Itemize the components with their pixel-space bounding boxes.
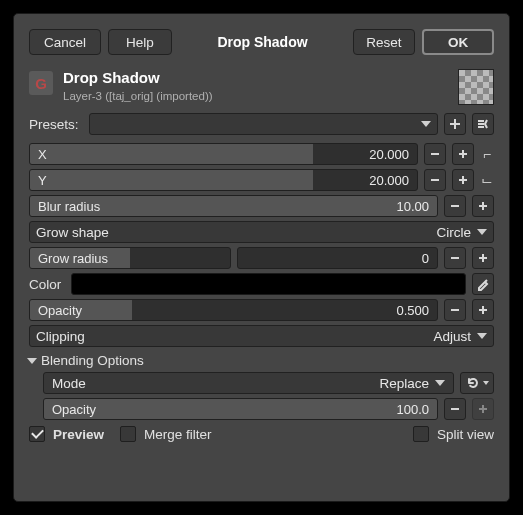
- merge-filter-checkbox[interactable]: [120, 426, 136, 442]
- opacity-value: 0.500: [396, 300, 429, 320]
- preset-manage-button[interactable]: [472, 113, 494, 135]
- color-picker-button[interactable]: [472, 273, 494, 295]
- clipping-value: Adjust: [433, 329, 471, 344]
- opacity-increment-button[interactable]: [472, 299, 494, 321]
- dialog-title: Drop Shadow: [179, 34, 346, 50]
- clipping-label: Clipping: [36, 329, 433, 344]
- preview-label: Preview: [53, 427, 104, 442]
- grow-shape-value: Circle: [436, 225, 471, 240]
- footer-row: Preview Merge filter Split view: [29, 426, 494, 442]
- grow-radius-decrement-button[interactable]: [444, 247, 466, 269]
- y-decrement-button[interactable]: [424, 169, 446, 191]
- presets-dropdown[interactable]: [89, 113, 438, 135]
- blend-opacity-decrement-button[interactable]: [444, 398, 466, 420]
- blur-row: Blur radius 10.00: [29, 195, 494, 217]
- x-increment-button[interactable]: [452, 143, 474, 165]
- y-increment-button[interactable]: [452, 169, 474, 191]
- app-logo-icon: G: [29, 71, 53, 95]
- dialog-window: Cancel Help Drop Shadow Reset OK G Drop …: [13, 13, 510, 502]
- y-label: Y: [38, 170, 47, 190]
- expander-triangle-icon: [27, 358, 37, 364]
- help-button[interactable]: Help: [108, 29, 172, 55]
- grow-shape-dropdown[interactable]: Grow shape Circle: [29, 221, 494, 243]
- chain-link-bottom-icon[interactable]: ⌙: [480, 172, 494, 188]
- blur-increment-button[interactable]: [472, 195, 494, 217]
- grow-shape-label: Grow shape: [36, 225, 436, 240]
- grow-radius-label: Grow radius: [38, 248, 108, 268]
- blending-options-body: Mode Replace Opacity 100.0: [29, 372, 494, 420]
- grow-radius-slider[interactable]: Grow radius: [29, 247, 231, 269]
- presets-row: Presets:: [29, 113, 494, 135]
- blur-slider[interactable]: Blur radius 10.00: [29, 195, 438, 217]
- layer-path: Layer-3 ([taj_orig] (imported)): [63, 89, 448, 103]
- header-text: Drop Shadow Layer-3 ([taj_orig] (importe…: [63, 69, 448, 103]
- filter-name: Drop Shadow: [63, 69, 448, 87]
- blending-options-label: Blending Options: [41, 353, 144, 368]
- ok-button[interactable]: OK: [422, 29, 494, 55]
- blur-decrement-button[interactable]: [444, 195, 466, 217]
- opacity-slider[interactable]: Opacity 0.500: [29, 299, 438, 321]
- y-row: Y 20.000 ⌙: [29, 169, 494, 191]
- blend-opacity-slider[interactable]: Opacity 100.0: [43, 398, 438, 420]
- opacity-label: Opacity: [38, 300, 82, 320]
- grow-radius-increment-button[interactable]: [472, 247, 494, 269]
- mode-label: Mode: [52, 376, 379, 391]
- blend-opacity-value: 100.0: [396, 399, 429, 419]
- color-label: Color: [29, 277, 61, 292]
- split-view-label: Split view: [437, 427, 494, 442]
- reset-button[interactable]: Reset: [353, 29, 415, 55]
- chevron-down-icon: [435, 380, 445, 386]
- opacity-decrement-button[interactable]: [444, 299, 466, 321]
- layer-thumbnail[interactable]: [458, 69, 494, 105]
- x-slider[interactable]: X 20.000: [29, 143, 418, 165]
- x-row: X 20.000 ⌐: [29, 143, 494, 165]
- grow-radius-row: Grow radius 0: [29, 247, 494, 269]
- mode-value: Replace: [379, 376, 429, 391]
- header-section: G Drop Shadow Layer-3 ([taj_orig] (impor…: [29, 65, 494, 113]
- color-row: Color: [29, 273, 494, 295]
- blend-opacity-increment-button: [472, 398, 494, 420]
- color-swatch[interactable]: [71, 273, 466, 295]
- blend-opacity-label: Opacity: [52, 399, 96, 419]
- top-button-bar: Cancel Help Drop Shadow Reset OK: [14, 14, 509, 65]
- clipping-row: Clipping Adjust: [29, 325, 494, 347]
- chevron-down-icon: [477, 333, 487, 339]
- x-value: 20.000: [369, 144, 409, 164]
- grow-radius-value-field[interactable]: 0: [237, 247, 439, 269]
- dialog-body: G Drop Shadow Layer-3 ([taj_orig] (impor…: [14, 65, 509, 454]
- preset-add-button[interactable]: [444, 113, 466, 135]
- blur-label: Blur radius: [38, 196, 100, 216]
- x-decrement-button[interactable]: [424, 143, 446, 165]
- cancel-button[interactable]: Cancel: [29, 29, 101, 55]
- y-slider[interactable]: Y 20.000: [29, 169, 418, 191]
- chain-link-top-icon[interactable]: ⌐: [480, 146, 494, 162]
- chevron-down-icon: [477, 229, 487, 235]
- chevron-down-icon: [421, 121, 431, 127]
- clipping-dropdown[interactable]: Clipping Adjust: [29, 325, 494, 347]
- grow-radius-value: 0: [422, 248, 429, 268]
- blur-value: 10.00: [396, 196, 429, 216]
- opacity-row: Opacity 0.500: [29, 299, 494, 321]
- mode-reset-button[interactable]: [460, 372, 494, 394]
- merge-filter-label: Merge filter: [144, 427, 212, 442]
- preview-checkbox[interactable]: [29, 426, 45, 442]
- y-value: 20.000: [369, 170, 409, 190]
- chevron-down-icon: [483, 381, 489, 385]
- split-view-checkbox[interactable]: [413, 426, 429, 442]
- blending-options-expander[interactable]: Blending Options: [27, 353, 494, 368]
- grow-shape-row: Grow shape Circle: [29, 221, 494, 243]
- blend-opacity-row: Opacity 100.0: [43, 398, 494, 420]
- x-label: X: [38, 144, 47, 164]
- presets-label: Presets:: [29, 117, 79, 132]
- mode-row: Mode Replace: [43, 372, 494, 394]
- mode-dropdown[interactable]: Mode Replace: [43, 372, 454, 394]
